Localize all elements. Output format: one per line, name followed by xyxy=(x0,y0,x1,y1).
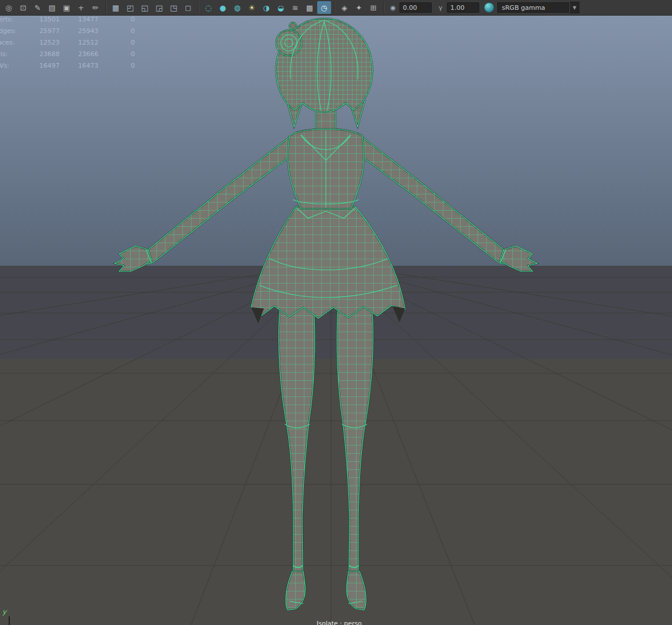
hud-row-uvs: UVs: 16497 16473 0 xyxy=(0,60,135,71)
hud-value: 0 xyxy=(98,39,135,46)
camera-attributes-icon[interactable]: ✎ xyxy=(31,1,45,14)
backface-culling-icon[interactable]: ✦ xyxy=(352,1,366,14)
gate-mask-icon[interactable]: ◲ xyxy=(152,1,166,14)
grid-display-icon[interactable]: ▦ xyxy=(109,1,123,14)
hud-value: 13501 xyxy=(22,16,60,23)
textured-display-icon[interactable]: ◍ xyxy=(230,1,244,14)
hud-value: 0 xyxy=(98,62,135,69)
gamma-field: γ 1.00 xyxy=(436,2,479,13)
chevron-down-icon[interactable]: ▼ xyxy=(570,2,579,13)
shadows-icon[interactable]: ◑ xyxy=(259,1,273,14)
hud-label: Verts: xyxy=(0,16,22,23)
toolbar-separator xyxy=(105,2,106,13)
hud-value: 25943 xyxy=(60,27,98,35)
exposure-input[interactable]: 0.00 xyxy=(399,2,432,13)
hud-row-verts: Verts: 13501 13477 0 xyxy=(0,13,135,25)
viewport-settings-icon[interactable]: ⊞ xyxy=(366,1,380,14)
bookmarks-icon[interactable]: ▤ xyxy=(45,1,59,14)
axis-gizmo-y-label: y xyxy=(2,608,6,616)
hud-value: 12523 xyxy=(22,39,60,46)
wireframe-display-icon[interactable]: ◌ xyxy=(201,1,215,14)
hud-row-edges: Edges: 25977 25943 0 xyxy=(0,25,135,36)
hud-value: 23688 xyxy=(22,50,60,58)
sequence-time-icon[interactable]: ◷ xyxy=(317,1,331,14)
gamma-icon: γ xyxy=(436,3,445,12)
hud-value: 0 xyxy=(98,50,135,58)
motion-blur-icon[interactable]: ≋ xyxy=(288,1,302,14)
hud-value: 23666 xyxy=(60,50,98,58)
hud-value: 25977 xyxy=(22,27,60,35)
isolate-status-label: Isolate : perso xyxy=(317,620,362,625)
xray-display-icon[interactable]: ◈ xyxy=(337,1,351,14)
hud-value: 13477 xyxy=(60,16,98,23)
film-gate-icon[interactable]: ◰ xyxy=(123,1,137,14)
pan-zoom-icon[interactable]: + xyxy=(74,1,88,14)
image-plane-icon[interactable]: ▣ xyxy=(60,1,74,14)
axis-gizmo-icon xyxy=(9,616,10,625)
smooth-shade-icon[interactable]: ● xyxy=(216,1,230,14)
color-management-icon[interactable] xyxy=(484,2,494,13)
hud-value: 16497 xyxy=(22,62,60,69)
use-all-lights-icon[interactable]: ☀ xyxy=(245,1,259,14)
viewport-canvas[interactable] xyxy=(0,16,672,625)
poly-count-hud: Verts: 13501 13477 0 Edges: 25977 25943 … xyxy=(0,13,135,71)
grease-pencil-icon[interactable]: ✏ xyxy=(89,1,102,14)
hud-value: 0 xyxy=(98,16,135,23)
lock-camera-icon[interactable]: ⊡ xyxy=(16,1,30,14)
gamma-input[interactable]: 1.00 xyxy=(447,2,479,13)
toolbar-separator xyxy=(198,2,199,13)
safe-action-icon[interactable]: ◻ xyxy=(181,1,195,14)
hud-row-tris: Tris: 23688 23666 0 xyxy=(0,48,135,60)
resolution-gate-icon[interactable]: ◱ xyxy=(138,1,152,14)
view-transform-select[interactable]: sRGB gamma xyxy=(497,2,569,13)
toolbar-separator xyxy=(383,2,384,13)
hud-label: Faces: xyxy=(0,39,22,46)
hud-label: UVs: xyxy=(0,62,22,69)
exposure-field: ◉ 0.00 xyxy=(388,2,432,13)
exposure-icon: ◉ xyxy=(388,3,398,12)
toolbar-separator xyxy=(334,2,335,13)
select-camera-icon[interactable]: ◎ xyxy=(2,1,16,14)
hud-label: Tris: xyxy=(0,50,22,58)
hud-label: Edges: xyxy=(0,27,22,35)
screen-space-ao-icon[interactable]: ◒ xyxy=(274,1,288,14)
hud-value: 0 xyxy=(98,27,135,35)
maya-viewport-window: ◎ ⊡ ✎ ▤ ▣ + ✏ ▦ ◰ ◱ ◲ ◳ ◻ ◌ ● ◍ ☀ ◑ ◒ ≋ … xyxy=(0,0,672,625)
hud-row-faces: Faces: 12523 12512 0 xyxy=(0,36,135,48)
field-chart-icon[interactable]: ◳ xyxy=(167,1,181,14)
hud-value: 12512 xyxy=(60,39,98,46)
multisample-icon[interactable]: ▩ xyxy=(303,1,317,14)
hud-value: 16473 xyxy=(60,62,98,69)
